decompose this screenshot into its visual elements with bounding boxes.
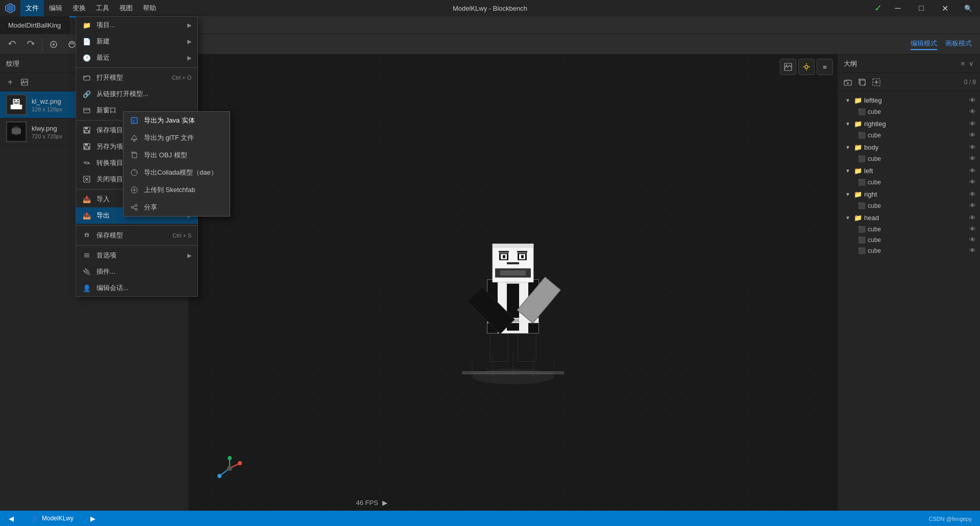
group-leftleg-header[interactable]: ▼ 📁 leftleg 👁 <box>838 94 980 106</box>
svg-point-80 <box>228 456 232 460</box>
eye-body-cube-icon[interactable]: 👁 <box>969 155 976 162</box>
outline-menu-icon[interactable]: ≡ <box>961 60 965 67</box>
eye-left-icon[interactable]: 👁 <box>969 167 976 175</box>
menu-project[interactable]: 📁 项目... ▶ <box>76 17 198 33</box>
tree-item-head-cube-3[interactable]: ⬛ cube 👁 <box>838 245 980 256</box>
open-label: 打开模型 <box>96 73 167 82</box>
fps-counter: 46 FPS ▶ <box>356 499 670 507</box>
save-icon <box>82 126 91 135</box>
add-cube-button[interactable] <box>856 76 868 88</box>
svg-rect-112 <box>132 153 137 158</box>
add-locator-button[interactable] <box>870 76 883 88</box>
toolbar-redo[interactable] <box>22 36 39 53</box>
preferences-icon <box>82 251 91 260</box>
group-rightleg-header[interactable]: ▼ 📁 rightleg 👁 <box>838 117 980 130</box>
eye-left-cube-icon[interactable]: 👁 <box>969 178 976 186</box>
tree-item-head-cube-1[interactable]: ⬛ cube 👁 <box>838 224 980 234</box>
tree-item-leftleg-cube[interactable]: ⬛ cube 👁 <box>838 106 980 117</box>
eye-head-cube-2-icon[interactable]: 👁 <box>969 236 976 244</box>
eye-right-icon[interactable]: 👁 <box>969 190 976 198</box>
svg-rect-90 <box>84 76 90 80</box>
eye-head-cube-3-icon[interactable]: 👁 <box>969 247 976 254</box>
menu-file[interactable]: 文件 <box>20 0 44 16</box>
menu-open-link[interactable]: 🔗 从链接打开模型... <box>76 86 198 102</box>
menu-transform[interactable]: 变换 <box>67 0 91 16</box>
viewport-image-button[interactable] <box>780 59 796 75</box>
eye-rightleg-cube-icon[interactable]: 👁 <box>969 131 976 139</box>
paint-mode-button[interactable]: 画板模式 <box>945 39 972 50</box>
sketchfab-export-label: 上传到 Sketchfab <box>144 185 195 195</box>
menu-view[interactable]: 视图 <box>114 0 138 16</box>
folder-leftleg-icon: 📁 <box>854 97 862 104</box>
group-right-header[interactable]: ▼ 📁 right 👁 <box>838 188 980 200</box>
nav-prev-button[interactable]: ◀ <box>4 511 18 525</box>
svg-rect-15 <box>13 99 20 105</box>
svg-text:J: J <box>132 119 134 124</box>
tree-item-left-cube[interactable]: ⬛ cube 👁 <box>838 177 980 187</box>
tree-item-head-cube-2[interactable]: ⬛ cube 👁 <box>838 234 980 245</box>
add-group-button[interactable] <box>842 76 854 88</box>
eye-rightleg-icon[interactable]: 👁 <box>969 120 976 128</box>
edit-mode-button[interactable]: 编辑模式 <box>911 39 937 50</box>
toolbar-select[interactable] <box>45 36 62 53</box>
export-gltf[interactable]: 导出为 glTF 文件 <box>124 129 230 147</box>
bottom-tab-modelklwy[interactable]: 👤 ModelKLwy <box>27 515 78 522</box>
maximize-button[interactable]: □ <box>910 0 933 16</box>
menu-edit[interactable]: 编辑 <box>44 0 67 16</box>
eye-leftleg-cube-icon[interactable]: 👁 <box>969 108 976 115</box>
export-obj[interactable]: 导出 OBJ 模型 <box>124 147 230 164</box>
group-left-header[interactable]: ▼ 📁 left 👁 <box>838 164 980 177</box>
svg-rect-56 <box>517 251 527 252</box>
eye-head-icon[interactable]: 👁 <box>969 214 976 222</box>
export-sketchfab[interactable]: 上传到 Sketchfab <box>124 181 230 199</box>
cube-left-icon: ⬛ <box>858 179 866 186</box>
menu-tools[interactable]: 工具 <box>91 0 114 16</box>
outline-actions: 0 / 8 <box>838 73 980 91</box>
check-icon[interactable]: ✓ <box>874 3 882 14</box>
tree-item-right-cube[interactable]: ⬛ cube 👁 <box>838 200 980 211</box>
group-head-header[interactable]: ▼ 📁 head 👁 <box>838 211 980 224</box>
eye-body-icon[interactable]: 👁 <box>969 144 976 151</box>
menu-edit-session[interactable]: 👤 编辑会话... <box>76 280 198 296</box>
menu-plugins[interactable]: 🔌 插件... <box>76 264 198 280</box>
viewport-lighting-button[interactable] <box>798 59 815 75</box>
viewport[interactable]: ≡ 46 FPS ▶ <box>189 55 837 511</box>
eye-head-cube-1-icon[interactable]: 👁 <box>969 225 976 233</box>
tab-modeldirtballking[interactable]: ModelDirtBallKing <box>0 16 69 34</box>
texture-thumb-klwy <box>6 122 27 142</box>
menu-new[interactable]: 📄 新建 ▶ <box>76 33 198 50</box>
menu-recent[interactable]: 🕐 最近 ▶ <box>76 50 198 66</box>
menu-save-model[interactable]: 保存模型 Ctrl + S <box>76 227 198 244</box>
nav-next-button[interactable]: ▶ <box>86 511 100 525</box>
gltf-export-icon <box>130 133 139 142</box>
svg-marker-1 <box>7 5 13 11</box>
save-model-icon <box>82 231 91 240</box>
minimize-button[interactable]: ─ <box>886 0 910 16</box>
search-icon[interactable]: 🔍 <box>957 0 980 16</box>
tree-item-body-cube[interactable]: ⬛ cube 👁 <box>838 153 980 164</box>
separator-1 <box>76 67 198 68</box>
group-body-header[interactable]: ▼ 📁 body 👁 <box>838 141 980 153</box>
menu-open-model[interactable]: 打开模型 Ctrl + O <box>76 69 198 86</box>
export-collada[interactable]: 导出Collada模型（dae） <box>124 164 230 181</box>
svg-marker-110 <box>131 135 137 139</box>
eye-right-cube-icon[interactable]: 👁 <box>969 202 976 209</box>
tree-item-rightleg-cube[interactable]: ⬛ cube 👁 <box>838 130 980 140</box>
menu-help[interactable]: 帮助 <box>138 0 161 16</box>
toolbar-undo[interactable] <box>4 36 20 53</box>
export-java[interactable]: J 导出为 Java 实体 <box>124 112 230 129</box>
group-rightleg-label: rightleg <box>864 120 967 128</box>
eye-leftleg-icon[interactable]: 👁 <box>969 97 976 104</box>
folder-body-icon: 📁 <box>854 144 862 151</box>
viewport-next-button[interactable]: ▶ <box>382 499 387 507</box>
add-texture-button[interactable]: + <box>4 76 16 88</box>
export-share[interactable]: 分享 <box>124 199 230 216</box>
close-button[interactable]: ✕ <box>933 0 957 16</box>
character-svg <box>431 172 595 392</box>
viewport-menu-button[interactable]: ≡ <box>817 59 833 75</box>
import-texture-button[interactable] <box>18 76 31 88</box>
svg-rect-59 <box>500 270 526 275</box>
collada-export-icon <box>130 168 139 177</box>
menu-preferences[interactable]: 首选项 ▶ <box>76 247 198 264</box>
outline-expand-icon[interactable]: ∨ <box>969 60 974 67</box>
